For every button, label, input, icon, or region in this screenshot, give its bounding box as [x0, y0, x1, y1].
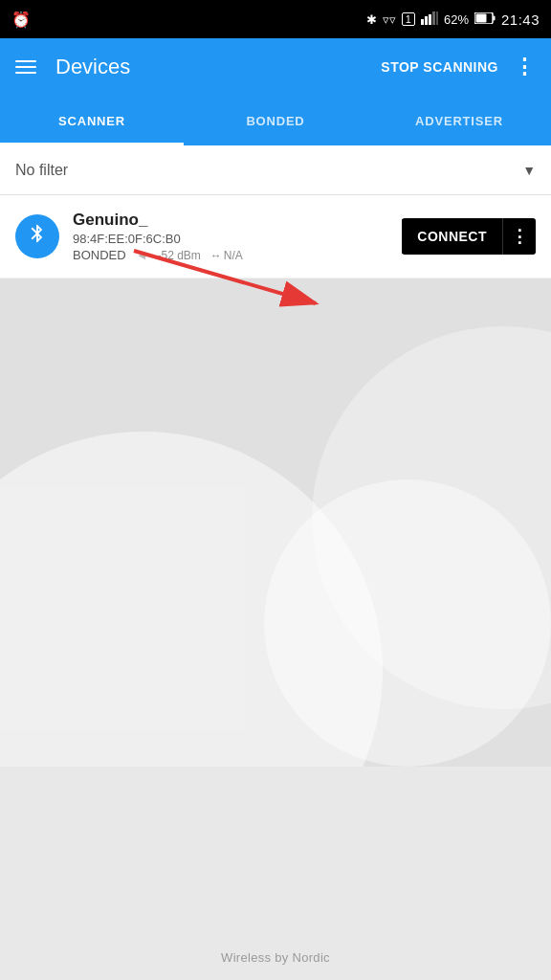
svg-rect-0 [421, 19, 424, 25]
na-label: N/A [224, 249, 243, 262]
device-status-row: BONDED ◄ -52 dBm ↔ N/A [73, 248, 402, 262]
tab-scanner[interactable]: SCANNER [0, 96, 184, 145]
battery-icon [474, 12, 496, 27]
tab-advertiser-label: ADVERTISER [415, 114, 503, 128]
hamburger-line-1 [15, 60, 36, 62]
app-title: Devices [55, 55, 381, 79]
hamburger-line-3 [15, 72, 36, 74]
connect-button-group[interactable]: CONNECT ⋮ [402, 218, 536, 255]
status-bar: ⏰ ✱ ▿▿ 1 62% 21:43 [0, 0, 551, 38]
tab-advertiser[interactable]: ADVERTISER [367, 96, 551, 145]
bluetooth-status-icon: ✱ [366, 12, 377, 27]
device-name: Genuino_ [73, 211, 402, 230]
device-info: Genuino_ 98:4F:EE:0F:6C:B0 BONDED ◄ -52 … [73, 211, 402, 262]
stop-scanning-button[interactable]: STOP SCANNING [381, 59, 498, 75]
status-bar-left: ⏰ [11, 11, 31, 29]
tabs-bar: SCANNER BONDED ADVERTISER [0, 96, 551, 145]
wifi-icon: ▿▿ [383, 12, 396, 27]
tab-bonded[interactable]: BONDED [184, 96, 367, 145]
bg-decoration-3 [264, 479, 551, 767]
hamburger-menu-button[interactable] [15, 60, 36, 74]
svg-rect-6 [493, 15, 495, 20]
svg-rect-2 [429, 14, 431, 25]
footer-text: Wireless by Nordic [0, 950, 551, 965]
svg-rect-7 [475, 13, 486, 22]
device-icon [15, 214, 59, 258]
sim-icon: 1 [402, 12, 415, 26]
filter-label: No filter [15, 162, 522, 179]
tab-scanner-label: SCANNER [58, 114, 125, 128]
device-bonded-status: BONDED [73, 248, 126, 262]
svg-rect-3 [432, 11, 435, 25]
signal-arrow-icon: ◄ [136, 248, 148, 262]
double-arrow-icon: ↔ [210, 249, 222, 262]
filter-dropdown-icon: ▼ [522, 163, 536, 178]
time-display: 21:43 [501, 11, 540, 28]
device-na-value: ↔ N/A [210, 249, 243, 262]
device-signal-strength: -52 dBm [158, 249, 201, 262]
svg-rect-1 [425, 16, 428, 25]
connect-button[interactable]: CONNECT [402, 219, 502, 254]
hamburger-line-2 [15, 66, 36, 68]
filter-bar[interactable]: No filter ▼ [0, 145, 551, 195]
table-row: Genuino_ 98:4F:EE:0F:6C:B0 BONDED ◄ -52 … [0, 195, 551, 278]
main-background [0, 278, 551, 767]
tab-bonded-label: BONDED [246, 114, 304, 128]
device-more-options-button[interactable]: ⋮ [502, 218, 536, 255]
device-list: Genuino_ 98:4F:EE:0F:6C:B0 BONDED ◄ -52 … [0, 195, 551, 278]
signal-bars-icon [421, 11, 438, 28]
alarm-icon: ⏰ [11, 11, 31, 29]
svg-rect-4 [436, 11, 438, 25]
battery-percent: 62% [444, 12, 469, 27]
device-mac: 98:4F:EE:0F:6C:B0 [73, 232, 402, 246]
more-options-button[interactable]: ⋮ [514, 55, 536, 79]
status-bar-right: ✱ ▿▿ 1 62% 21:43 [366, 11, 540, 28]
app-bar: Devices STOP SCANNING ⋮ [0, 38, 551, 96]
bluetooth-icon [27, 223, 48, 250]
